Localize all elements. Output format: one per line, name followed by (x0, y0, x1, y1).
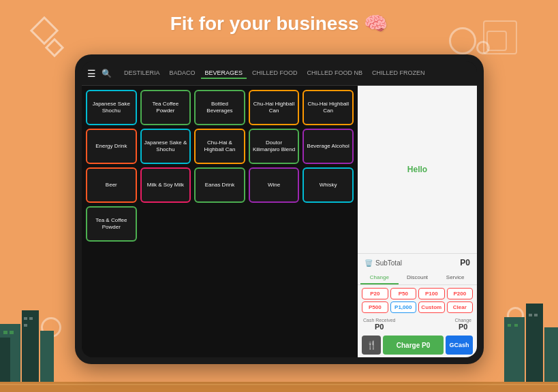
btn-p500[interactable]: P500 (362, 301, 388, 313)
tab-chilled-frozen[interactable]: CHILLED FROZEN (368, 68, 429, 79)
svg-rect-1 (22, 310, 39, 392)
svg-rect-14 (529, 314, 532, 316)
product-item-12[interactable]: Eanas Drink (194, 167, 245, 203)
tab-change[interactable]: Change (360, 272, 399, 284)
btn-p1000[interactable]: P1,000 (390, 301, 417, 313)
product-item-4[interactable]: Chu-Hai Highball Can (303, 90, 354, 125)
product-item-8[interactable]: Doutor Kilimanjaro Blend (249, 129, 300, 164)
tab-badaco[interactable]: BADACO (166, 68, 200, 79)
svg-rect-13 (514, 324, 518, 327)
svg-rect-8 (24, 324, 27, 327)
tablet-screen: ☰ 🔍 DESTILERIA BADACO BEVERAGES CHILLED … (82, 61, 477, 357)
svg-rect-7 (29, 317, 33, 320)
product-item-15[interactable]: Tea & Coffee Powder (86, 206, 137, 242)
change-col: Change P0 (454, 318, 471, 331)
svg-rect-5 (10, 331, 14, 334)
tab-chilled-food-nb[interactable]: CHILLED FOOD NB (303, 68, 367, 79)
nav-bar: ☰ 🔍 DESTILERIA BADACO BEVERAGES CHILLED … (82, 61, 477, 86)
tab-discount[interactable]: Discount (399, 272, 437, 284)
brain-icon: 🧠 (364, 13, 388, 34)
tab-destileria[interactable]: DESTILERIA (120, 68, 164, 79)
pos-subtotal: 🗑️ SubTotal P0 (358, 253, 477, 272)
search-icon[interactable]: 🔍 (102, 69, 112, 78)
product-item-9[interactable]: Beverage Alcohol (303, 129, 354, 164)
tablet-frame: ☰ 🔍 DESTILERIA BADACO BEVERAGES CHILLED … (75, 54, 484, 364)
charge-button[interactable]: Charge P0 (383, 336, 444, 355)
trash-icon[interactable]: 🗑️ (365, 259, 373, 267)
btn-clear[interactable]: Clear (447, 301, 474, 313)
svg-rect-15 (534, 314, 538, 316)
pos-cash-row: Cash Received P0 Change P0 (358, 316, 477, 333)
btn-p20[interactable]: P20 (362, 288, 388, 299)
product-item-13[interactable]: Wine (249, 167, 300, 203)
product-item-1[interactable]: Tea Coffee Powder (140, 90, 191, 125)
cash-received-label: Cash Received (363, 318, 395, 323)
change-label: Change (454, 318, 471, 323)
tab-beverages[interactable]: BEVERAGES (201, 68, 247, 79)
main-content: Japanese Sake ShochuTea Coffee PowderBot… (82, 86, 477, 357)
header-title: Fit for your business (170, 13, 359, 34)
product-grid: Japanese Sake ShochuTea Coffee PowderBot… (86, 90, 354, 242)
pos-hello: Hello (358, 86, 477, 253)
tab-service[interactable]: Service (436, 272, 474, 284)
svg-rect-9 (504, 317, 525, 392)
pos-panel: Hello 🗑️ SubTotal P0 Change Discount Ser… (358, 86, 477, 357)
svg-rect-16 (0, 382, 558, 392)
product-item-14[interactable]: Whisky (303, 167, 354, 203)
page-header: Fit for your business 🧠 (0, 12, 558, 35)
nav-tabs: DESTILERIA BADACO BEVERAGES CHILLED FOOD… (120, 68, 471, 79)
fork-button[interactable]: 🍴 (362, 336, 381, 355)
product-item-7[interactable]: Chu-Hai & Highball Can (194, 129, 245, 164)
product-item-10[interactable]: Beer (86, 167, 137, 203)
pos-payment-tabs: Change Discount Service (358, 272, 477, 285)
menu-icon[interactable]: ☰ (87, 68, 96, 79)
svg-rect-4 (3, 331, 7, 334)
tab-chilled-food[interactable]: CHILLED FOOD (248, 68, 302, 79)
subtotal-value: P0 (460, 258, 470, 267)
svg-rect-17 (0, 384, 558, 385)
btn-p200[interactable]: P200 (447, 288, 474, 299)
btn-p50[interactable]: P50 (390, 288, 417, 299)
product-item-3[interactable]: Chu-Hai Highball Can (249, 90, 300, 125)
btn-p100[interactable]: P100 (418, 288, 445, 299)
svg-rect-6 (24, 317, 27, 320)
product-item-2[interactable]: Bottled Beverages (194, 90, 245, 125)
change-value: P0 (454, 323, 471, 331)
product-item-0[interactable]: Japanese Sake Shochu (86, 90, 137, 125)
svg-rect-12 (508, 324, 511, 327)
cash-received-col: Cash Received P0 (363, 318, 395, 331)
product-item-6[interactable]: Japanese Sake & Shochu (140, 129, 191, 164)
pos-quick-amount-buttons: P20 P50 P100 P200 P500 P1,000 Custom Cle… (358, 285, 477, 316)
cash-received-value: P0 (363, 323, 395, 331)
btn-custom[interactable]: Custom (418, 301, 445, 313)
gcash-button[interactable]: GCash (446, 336, 473, 355)
pos-charge-area: 🍴 Charge P0 GCash (358, 333, 477, 357)
product-item-11[interactable]: Milk & Soy Milk (140, 167, 191, 203)
product-item-5[interactable]: Energy Drink (86, 129, 137, 164)
product-grid-area: Japanese Sake ShochuTea Coffee PowderBot… (82, 86, 358, 357)
svg-rect-10 (526, 304, 543, 392)
subtotal-label: 🗑️ SubTotal (365, 259, 402, 267)
